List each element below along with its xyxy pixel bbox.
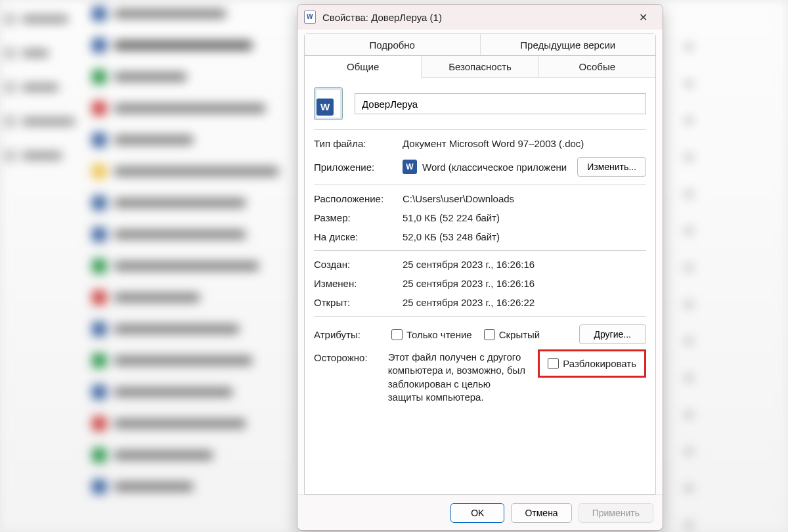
size-on-disk-label: На диске: [314,231,403,242]
size-on-disk-value: 52,0 КБ (53 248 байт) [403,231,646,242]
created-value: 25 сентября 2023 г., 16:26:16 [403,259,646,270]
titlebar[interactable]: Свойства: ДоверЛеруа (1) ✕ [297,5,663,30]
dialog-footer: OK Отмена Применить [297,495,663,530]
file-name-input[interactable] [355,93,646,114]
readonly-label: Только чтение [406,329,472,340]
application-value: Word (классическое приложени [422,162,567,173]
application-label: Приложение: [314,162,403,173]
file-type-icon [314,87,343,120]
word-doc-icon [304,11,316,24]
attributes-label: Атрибуты: [314,329,380,340]
file-type-value: Документ Microsoft Word 97–2003 (.doc) [403,138,646,149]
tab-container: Подробно Предыдущие версии Общие Безопас… [304,33,656,495]
change-app-button[interactable]: Изменить... [577,157,646,177]
tab-security[interactable]: Безопасность [422,56,538,78]
apply-button[interactable]: Применить [579,503,653,523]
accessed-label: Открыт: [314,297,403,308]
tab-row-bottom: Общие Безопасность Особые [305,56,655,78]
accessed-value: 25 сентября 2023 г., 16:26:22 [403,297,646,308]
security-warning-text: Этот файл получен с другого компьютера и… [388,351,527,404]
cancel-button[interactable]: Отмена [511,503,571,523]
security-warning-label: Осторожно: [314,351,380,363]
modified-value: 25 сентября 2023 г., 16:26:16 [403,278,646,289]
modified-label: Изменен: [314,278,403,289]
location-value: C:\Users\user\Downloads [403,193,646,204]
checkbox-icon [548,358,559,369]
window-title: Свойства: ДоверЛеруа (1) [322,12,630,23]
hidden-checkbox[interactable]: Скрытый [484,329,540,340]
location-label: Расположение: [314,193,403,204]
size-label: Размер: [314,212,403,223]
file-type-label: Тип файла: [314,138,403,149]
tab-custom[interactable]: Особые [539,56,655,78]
advanced-attributes-button[interactable]: Другие... [579,324,647,344]
checkbox-icon [484,329,495,340]
tab-content-general: Тип файла: Документ Microsoft Word 97–20… [305,78,655,494]
tab-previous-versions[interactable]: Предыдущие версии [481,34,656,55]
tab-details[interactable]: Подробно [305,34,481,55]
close-button[interactable]: ✕ [630,7,656,27]
readonly-checkbox[interactable]: Только чтение [391,329,472,340]
created-label: Создан: [314,259,403,270]
hidden-label: Скрытый [499,329,540,340]
checkbox-icon [391,329,403,340]
unblock-label: Разблокировать [563,358,636,369]
unblock-checkbox[interactable]: Разблокировать [548,358,636,369]
properties-dialog: Свойства: ДоверЛеруа (1) ✕ Подробно Пред… [297,4,663,531]
word-app-icon: W [403,160,417,174]
unblock-highlight: Разблокировать [538,349,646,378]
ok-button[interactable]: OK [450,503,504,523]
tab-general[interactable]: Общие [305,56,422,78]
size-value: 51,0 КБ (52 224 байт) [403,212,646,223]
tab-row-top: Подробно Предыдущие версии [305,34,655,56]
